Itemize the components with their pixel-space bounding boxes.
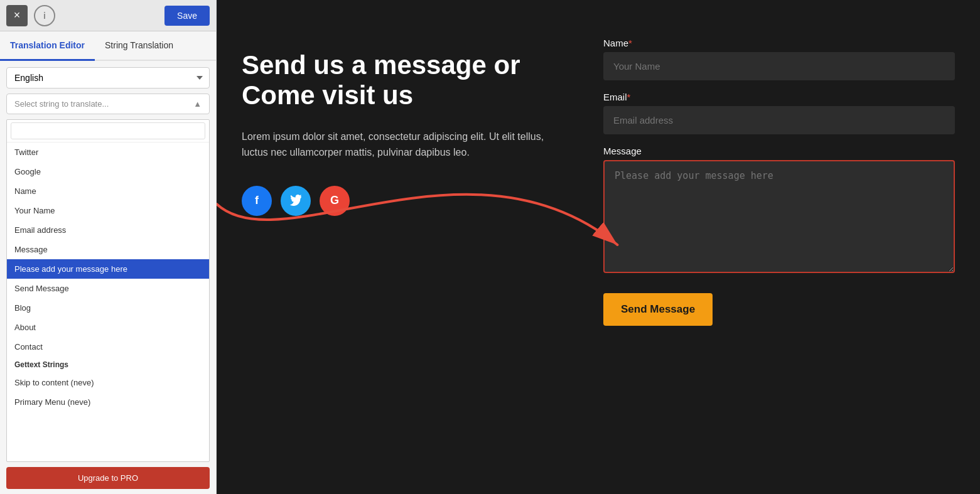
- upgrade-button[interactable]: Upgrade to PRO: [6, 467, 210, 489]
- list-item[interactable]: Message: [7, 240, 209, 259]
- tab-translation-editor[interactable]: Translation Editor: [0, 31, 95, 61]
- list-item[interactable]: Google: [7, 162, 209, 181]
- list-item[interactable]: Primary Menu (neve): [7, 392, 209, 412]
- list-item[interactable]: Twitter: [7, 142, 209, 162]
- email-input[interactable]: [603, 106, 955, 134]
- name-field-group: Name*: [603, 38, 955, 80]
- right-content: Send us a message or Come visit us Lorem…: [217, 0, 980, 494]
- close-icon: ×: [14, 9, 21, 22]
- string-select-display[interactable]: Select string to translate... ▲: [6, 94, 210, 114]
- facebook-icon[interactable]: f: [242, 186, 272, 216]
- save-button[interactable]: Save: [164, 6, 210, 26]
- list-item[interactable]: About: [7, 318, 209, 337]
- name-required: *: [628, 38, 632, 48]
- string-select-wrapper: Select string to translate... ▲: [0, 89, 216, 119]
- google-icon[interactable]: G: [320, 186, 350, 216]
- email-required: *: [627, 92, 631, 102]
- list-item[interactable]: Email address: [7, 220, 209, 240]
- close-button[interactable]: ×: [6, 5, 28, 26]
- chevron-up-icon: ▲: [193, 99, 202, 109]
- dropdown-search-wrapper: [7, 120, 209, 142]
- hero-section: Send us a message or Come visit us Lorem…: [242, 38, 566, 216]
- section-header-gettext: Gettext Strings: [7, 357, 209, 373]
- tabs: Translation Editor String Translation: [0, 31, 216, 61]
- message-textarea[interactable]: [603, 160, 955, 273]
- dropdown-list: Twitter Google Name Your Name Email addr…: [6, 119, 210, 462]
- email-label: Email*: [603, 92, 955, 102]
- list-item[interactable]: Name: [7, 181, 209, 201]
- social-icons: f G: [242, 186, 566, 216]
- list-item[interactable]: Send Message: [7, 279, 209, 298]
- contact-form: Name* Email* Message Send Message: [603, 38, 955, 326]
- language-select[interactable]: English French German Spanish: [6, 67, 210, 89]
- email-field-group: Email*: [603, 92, 955, 134]
- string-select-placeholder: Select string to translate...: [14, 99, 109, 109]
- twitter-icon[interactable]: [281, 186, 311, 216]
- left-panel: × i Save Translation Editor String Trans…: [0, 0, 217, 494]
- send-message-button[interactable]: Send Message: [603, 293, 713, 326]
- list-item-selected[interactable]: Please add your message here: [7, 259, 209, 279]
- dropdown-search-input[interactable]: [11, 122, 205, 139]
- list-item[interactable]: Contact: [7, 337, 209, 357]
- list-item[interactable]: Blog: [7, 298, 209, 318]
- dropdown-items: Twitter Google Name Your Name Email addr…: [7, 142, 209, 461]
- language-select-wrapper: English French German Spanish: [0, 61, 216, 89]
- message-label: Message: [603, 146, 955, 156]
- toolbar: × i Save: [0, 0, 216, 31]
- hero-body: Lorem ipsum dolor sit amet, consectetur …: [242, 129, 556, 161]
- list-item[interactable]: Skip to content (neve): [7, 373, 209, 392]
- name-input[interactable]: [603, 52, 955, 80]
- info-button[interactable]: i: [34, 5, 55, 26]
- hero-title: Send us a message or Come visit us: [242, 50, 566, 111]
- info-icon: i: [43, 11, 46, 21]
- list-item[interactable]: Your Name: [7, 201, 209, 220]
- tab-string-translation[interactable]: String Translation: [95, 31, 183, 61]
- name-label: Name*: [603, 38, 955, 48]
- message-field-group: Message: [603, 146, 955, 276]
